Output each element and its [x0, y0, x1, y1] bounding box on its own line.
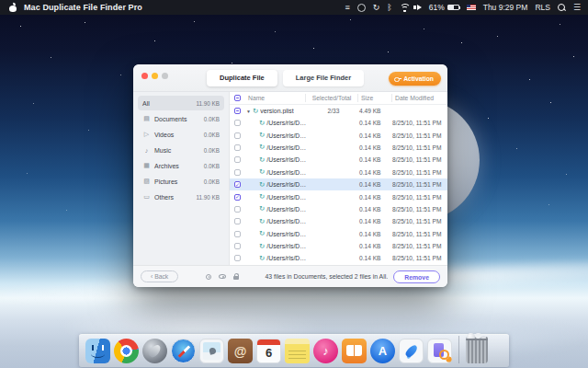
sidebar-item-label: Others	[154, 194, 174, 201]
column-header-selected-total[interactable]: Selected/Total	[306, 95, 357, 101]
activation-button[interactable]: Activation	[389, 72, 441, 86]
plist-file-icon: ↻	[259, 167, 265, 177]
sidebar-item-label: Documents	[154, 116, 187, 122]
dock-icon-notes[interactable]	[285, 339, 310, 363]
volume-icon[interactable]	[417, 5, 422, 10]
file-size: 0.14 KB	[359, 181, 392, 188]
sidebar-item-archives[interactable]: ▦Archives0.0KB	[138, 158, 224, 173]
dock-icon-finder[interactable]	[85, 339, 110, 363]
spotlight-search-icon[interactable]	[558, 3, 566, 12]
dock-icon-ibooks[interactable]	[342, 339, 367, 363]
dock-icon-safari[interactable]	[171, 339, 196, 363]
sidebar-item-label: All	[142, 100, 150, 107]
sidebar-item-music[interactable]: ♪Music0.0KB	[138, 143, 224, 157]
locate-icon[interactable]	[206, 274, 211, 280]
table-row[interactable]: ↻/Users/rls/Documents/Microso...0.14 KB8…	[230, 252, 447, 264]
column-header-date-modified[interactable]: Date Modified	[392, 95, 447, 101]
row-checkbox[interactable]	[234, 243, 241, 249]
minimize-window-button[interactable]	[152, 73, 158, 79]
wifi-icon[interactable]	[400, 4, 410, 12]
row-checkbox[interactable]	[234, 156, 241, 163]
row-checkbox[interactable]	[234, 108, 241, 114]
dock-icon-launchpad[interactable]	[142, 339, 167, 363]
file-rows: ↻/Users/rls/Documents/Microso...0.14 KB8…	[230, 117, 447, 265]
dock-icon-calendar[interactable]: 6	[256, 339, 281, 363]
sidebar-item-all[interactable]: All11.90 KB	[138, 96, 224, 110]
table-row[interactable]: ↻/Users/rls/Documents/Microso...0.14 KB8…	[230, 117, 447, 129]
row-checkbox[interactable]	[234, 206, 241, 213]
lock-icon[interactable]	[233, 276, 239, 281]
dock-icon-duplicate-file-finder[interactable]	[427, 339, 452, 363]
bluetooth-icon[interactable]: ᛒ	[387, 0, 391, 15]
sidebar-item-videos[interactable]: ▷Videos0.0KB	[138, 127, 224, 142]
table-row-parent[interactable]: ▼ ↻ version.plist 2/33 4.49 KB	[230, 105, 447, 117]
app-status-icon[interactable]	[357, 4, 366, 12]
battery-menu-item[interactable]: 61%	[429, 3, 459, 12]
sidebar-item-documents[interactable]: ▤Documents0.0KB	[138, 111, 224, 126]
battery-icon	[447, 5, 459, 10]
file-size: 0.14 KB	[359, 120, 392, 126]
table-row[interactable]: ✓↻/Users/rls/Documents/Microso...0.14 KB…	[230, 190, 447, 202]
notification-center-icon[interactable]: ☰	[573, 0, 581, 15]
sidebar-item-label: Archives	[154, 163, 179, 169]
dock-icon-contacts[interactable]: @	[228, 339, 253, 363]
back-button[interactable]: ‹ Back	[141, 270, 178, 282]
file-date-modified: 8/25/10, 11:51 PM	[392, 156, 447, 163]
table-row[interactable]: ↻/Users/rls/Documents/Microso...0.14 KB8…	[230, 167, 447, 178]
user-menu-label[interactable]: RLS	[535, 0, 550, 15]
table-row[interactable]: ↻/Users/rls/Documents/Microso...0.14 KB8…	[230, 154, 447, 166]
table-row[interactable]: ↻/Users/rls/Documents/Microso...0.14 KB8…	[230, 215, 447, 227]
table-row[interactable]: ↻/Users/rls/Documents/Microso...0.14 KB8…	[230, 129, 447, 141]
dock-separator	[458, 336, 459, 363]
dock-icon-rocket-app[interactable]	[399, 339, 424, 363]
file-size: 0.14 KB	[359, 255, 392, 261]
zoom-window-button[interactable]	[162, 73, 168, 79]
row-checkbox[interactable]	[234, 231, 241, 237]
apple-menu-icon[interactable]	[9, 4, 17, 12]
select-all-checkbox[interactable]	[234, 95, 241, 101]
disclosure-triangle-icon[interactable]: ▼	[246, 109, 251, 114]
table-row[interactable]: ↻/Users/rls/Documents/Microso...0.14 KB8…	[230, 203, 447, 215]
row-checkbox[interactable]	[234, 218, 241, 224]
file-size: 0.14 KB	[359, 243, 392, 249]
file-path: /Users/rls/Documents/Microso...	[266, 206, 308, 213]
dock-icon-app-store[interactable]: A	[370, 339, 395, 363]
table-row[interactable]: ✓↻/Users/rls/Documents/Microso...0.14 KB…	[230, 178, 447, 190]
tab-duplicate-file[interactable]: Duplicate File	[207, 70, 277, 86]
table-row[interactable]: ↻/Users/rls/Documents/Microso...0.14 KB8…	[230, 228, 447, 240]
file-date-modified: 8/25/10, 11:51 PM	[392, 144, 447, 151]
table-row[interactable]: ↻/Users/rls/Documents/Microso...0.14 KB8…	[230, 240, 447, 252]
row-checkbox[interactable]	[234, 255, 241, 261]
sidebar-item-others[interactable]: ▭Others11.90 KB	[138, 190, 224, 204]
row-checkbox[interactable]	[234, 120, 241, 126]
row-checkbox[interactable]	[234, 169, 241, 176]
dock-icon-itunes[interactable]: ♪	[313, 339, 338, 363]
table-row[interactable]: ↻/Users/rls/Documents/Microso...0.14 KB8…	[230, 142, 447, 154]
close-window-button[interactable]	[141, 73, 148, 79]
column-header-name[interactable]: Name	[245, 95, 305, 101]
clock-label[interactable]: Thu 9:29 PM	[483, 0, 528, 15]
dock-icon-chrome[interactable]	[114, 339, 139, 363]
dock-icon-preview[interactable]	[199, 339, 224, 363]
file-name: version.plist	[260, 108, 293, 114]
sidebar-item-size: 11.90 KB	[197, 194, 220, 201]
tab-large-file-finder[interactable]: Large File Finder	[283, 70, 364, 86]
row-checkbox[interactable]: ✓	[234, 194, 241, 201]
preview-icon[interactable]	[219, 274, 226, 279]
row-checkbox[interactable]	[234, 132, 241, 139]
row-checkbox[interactable]: ✓	[234, 181, 241, 188]
sidebar-item-size: 0.0KB	[204, 132, 220, 138]
active-app-menu[interactable]: Mac Duplicate File Finder Pro	[24, 3, 142, 12]
input-list-icon[interactable]: ≡	[345, 0, 349, 15]
file-size: 0.14 KB	[359, 156, 392, 163]
column-header-size[interactable]: Size	[358, 95, 391, 101]
file-path: /Users/rls/Documents/Microso...	[266, 255, 308, 261]
us-flag-icon[interactable]	[467, 5, 476, 10]
window-titlebar[interactable]: Duplicate File Large File Finder Activat…	[133, 64, 447, 92]
sync-icon[interactable]: ↻	[373, 0, 380, 15]
dock-icon-trash[interactable]	[466, 337, 488, 363]
sidebar-item-pictures[interactable]: ▨Pictures0.0KB	[138, 174, 224, 189]
remove-button[interactable]: Remove	[393, 270, 440, 283]
row-checkbox[interactable]	[234, 144, 241, 151]
footer-tools	[206, 273, 239, 281]
